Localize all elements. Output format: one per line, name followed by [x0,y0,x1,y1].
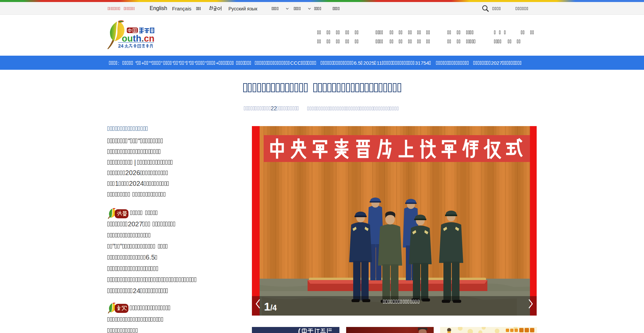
svg-text:24: 24 [118,43,123,49]
